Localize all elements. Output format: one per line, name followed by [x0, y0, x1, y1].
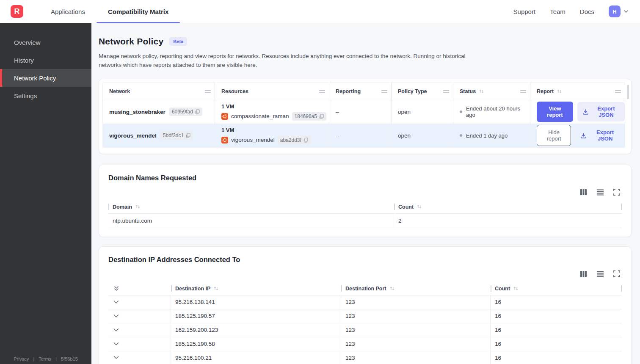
primary-tabs: Applications Compatibility Matrix: [39, 0, 180, 23]
col-header-destination-port[interactable]: Destination Port: [341, 282, 491, 295]
row-expand-chevron-icon[interactable]: [108, 309, 171, 323]
domain-row[interactable]: ntp.ubuntu.com 2: [108, 213, 622, 228]
count-cell: 16: [491, 309, 622, 323]
network-name: musing_stonebraker: [109, 109, 166, 115]
col-header-resources[interactable]: Resources: [215, 83, 329, 100]
sidebar-item-history[interactable]: History: [0, 51, 91, 69]
hide-report-button[interactable]: Hide report: [537, 125, 571, 146]
rows-density-icon[interactable]: [596, 189, 604, 196]
destination-ip-cell: 95.216.100.21: [171, 351, 341, 364]
ubuntu-icon: [221, 113, 228, 120]
column-resize-handle-icon[interactable]: [520, 89, 527, 94]
col-header-count[interactable]: Count: [394, 201, 622, 213]
columns-icon[interactable]: [580, 189, 587, 196]
column-resize-handle-icon[interactable]: [615, 89, 621, 94]
sort-icon[interactable]: [417, 204, 422, 210]
sidebar-item-overview[interactable]: Overview: [0, 33, 91, 51]
export-json-button[interactable]: Export JSON: [575, 126, 625, 145]
row-expand-chevron-icon[interactable]: [108, 337, 171, 351]
beta-badge: Beta: [169, 37, 187, 46]
resource-hash-badge[interactable]: 184696a5: [292, 112, 326, 121]
count-cell: 16: [491, 351, 622, 364]
app-logo[interactable]: R: [11, 5, 23, 18]
copy-icon[interactable]: [319, 114, 324, 119]
resource-count: 1 VM: [221, 103, 234, 110]
tab-compatibility-matrix[interactable]: Compatibility Matrix: [97, 0, 180, 23]
network-row[interactable]: vigorous_mendel 5bdf3dc1 1 VM vigorous_m…: [103, 124, 625, 147]
count-cell: 2: [394, 213, 622, 228]
view-report-button[interactable]: View report: [537, 102, 573, 122]
sidebar-item-network-policy[interactable]: Network Policy: [0, 69, 91, 87]
sort-icon[interactable]: [135, 204, 141, 210]
resource-hash-badge[interactable]: aba2dd3f: [278, 136, 311, 144]
resources-cell: 1 VM vigorous_mendel aba2dd3f: [215, 124, 329, 147]
col-header-destination-ip[interactable]: Destination IP: [171, 282, 341, 295]
rows-density-icon[interactable]: [596, 270, 604, 277]
tab-applications[interactable]: Applications: [39, 0, 97, 23]
expand-all-icon[interactable]: [108, 282, 171, 295]
sort-icon[interactable]: [213, 286, 219, 291]
user-menu[interactable]: H: [609, 6, 629, 17]
sidebar-item-settings[interactable]: Settings: [0, 87, 91, 105]
page-description: Manage network policy, reporting and vie…: [99, 52, 471, 70]
section-title: Domain Names Requested: [108, 174, 622, 182]
export-json-button[interactable]: Export JSON: [577, 102, 625, 121]
destination-port-cell: 123: [341, 295, 491, 309]
fullscreen-icon[interactable]: [613, 270, 620, 277]
network-hash-badge[interactable]: 60959fad: [169, 108, 202, 116]
terms-link[interactable]: Terms: [39, 356, 51, 361]
table-toolbar: [108, 270, 622, 277]
copy-icon[interactable]: [186, 133, 190, 138]
support-link[interactable]: Support: [513, 8, 536, 15]
team-link[interactable]: Team: [550, 8, 566, 15]
destination-port-cell: 123: [341, 351, 491, 364]
sort-icon[interactable]: [557, 88, 562, 94]
count-cell: 16: [491, 323, 622, 337]
column-resize-handle-icon[interactable]: [381, 89, 388, 94]
chevron-down-icon: [623, 8, 629, 14]
resource-name: vigorous_mendel: [231, 137, 275, 143]
policy-type-cell: open: [392, 124, 453, 147]
sort-icon[interactable]: [389, 286, 395, 291]
column-resize-handle-icon[interactable]: [204, 89, 211, 94]
status-cell: Ended about 20 hours ago: [453, 100, 530, 124]
privacy-link[interactable]: Privacy: [14, 356, 29, 361]
main-content: Network Policy Beta Manage network polic…: [91, 23, 640, 364]
destination-ip-cell: 95.216.138.141: [171, 295, 341, 309]
col-header-domain[interactable]: Domain: [108, 201, 394, 213]
network-name: vigorous_mendel: [109, 132, 157, 139]
copy-icon[interactable]: [195, 109, 200, 114]
count-cell: 16: [491, 337, 622, 351]
column-resize-handle-icon[interactable]: [443, 89, 450, 94]
resources-cell: 1 VM compassionate_raman 184696a5: [215, 100, 329, 124]
footer-divider: |: [33, 356, 34, 361]
topbar-right-links: Support Team Docs H: [513, 6, 629, 17]
destination-row[interactable]: 95.216.100.21 123 16: [108, 351, 622, 364]
row-expand-chevron-icon[interactable]: [108, 351, 171, 364]
col-header-count[interactable]: Count: [491, 282, 622, 295]
table-scrollbar[interactable]: [627, 85, 629, 99]
docs-link[interactable]: Docs: [580, 8, 594, 15]
sidebar: Overview History Network Policy Settings…: [0, 23, 91, 364]
column-resize-handle-icon[interactable]: [319, 89, 326, 94]
destination-row[interactable]: 185.125.190.58 123 16: [108, 337, 622, 351]
destination-row[interactable]: 162.159.200.123 123 16: [108, 323, 622, 337]
table-toolbar: [108, 189, 622, 196]
network-hash-badge[interactable]: 5bdf3dc1: [160, 131, 193, 140]
row-expand-chevron-icon[interactable]: [108, 323, 171, 337]
avatar[interactable]: H: [609, 6, 621, 17]
columns-icon[interactable]: [580, 270, 587, 277]
destination-row[interactable]: 95.216.138.141 123 16: [108, 295, 622, 309]
col-header-reporting[interactable]: Reporting: [329, 83, 392, 100]
col-header-policy-type[interactable]: Policy Type: [392, 83, 453, 100]
col-header-network[interactable]: Network: [103, 83, 215, 100]
fullscreen-icon[interactable]: [613, 189, 620, 196]
row-expand-chevron-icon[interactable]: [108, 295, 171, 309]
network-row[interactable]: musing_stonebraker 60959fad 1 VM compass…: [103, 100, 625, 124]
col-header-status[interactable]: Status: [453, 83, 530, 100]
copy-icon[interactable]: [303, 138, 308, 143]
destination-row[interactable]: 185.125.190.57 123 16: [108, 309, 622, 323]
sort-icon[interactable]: [513, 286, 519, 291]
sort-icon[interactable]: [479, 88, 484, 94]
col-header-report[interactable]: Report: [530, 83, 625, 100]
